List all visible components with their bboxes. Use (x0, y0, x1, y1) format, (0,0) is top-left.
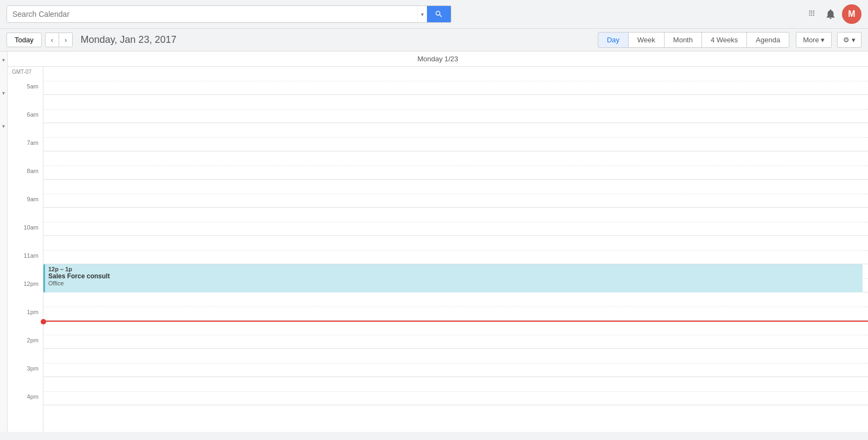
grid-row (43, 292, 868, 321)
grid-icon[interactable] (807, 8, 819, 20)
top-bar: ▾ M (0, 0, 868, 29)
time-label: 3pm (8, 365, 43, 393)
time-label: 9am (8, 196, 43, 224)
day-header: Monday 1/23 (8, 52, 868, 67)
grid-row (43, 67, 868, 95)
view-day-button[interactable]: Day (598, 33, 629, 47)
time-label: 1pm (8, 309, 43, 337)
time-grid-container: Monday 1/23 GMT-07 5am6am7am8am9am10am11… (8, 52, 868, 432)
time-label: 6am (8, 111, 43, 139)
today-button[interactable]: Today (7, 33, 42, 47)
view-agenda-button[interactable]: Agenda (747, 33, 789, 47)
view-4weeks-button[interactable]: 4 Weeks (702, 33, 747, 47)
event-location: Office (48, 280, 859, 286)
settings-button[interactable]: ⚙ ▾ (837, 32, 861, 48)
time-label: 10am (8, 224, 43, 252)
view-week-button[interactable]: Week (629, 33, 665, 47)
bell-icon[interactable] (825, 8, 837, 20)
view-month-button[interactable]: Month (665, 33, 702, 47)
grid-row (43, 349, 868, 377)
grid-row (43, 95, 868, 123)
search-input[interactable] (7, 6, 417, 22)
next-button[interactable]: › (59, 33, 72, 47)
sidebar-toggle-2[interactable]: ▾ (2, 90, 5, 96)
time-label: 4pm (8, 393, 43, 422)
current-date: Monday, Jan 23, 2017 (80, 34, 176, 46)
time-label: 8am (8, 168, 43, 196)
avatar[interactable]: M (842, 4, 861, 24)
time-labels: GMT-07 5am6am7am8am9am10am11am12pm1pm2pm… (8, 67, 43, 432)
search-button[interactable] (427, 6, 451, 22)
grid-row (43, 180, 868, 208)
left-sidebar: ▾ ▾ ▾ (0, 52, 8, 432)
search-container: ▾ (7, 5, 451, 23)
top-right-icons: M (807, 4, 861, 24)
time-label: 11am (8, 252, 43, 280)
time-label: 2pm (8, 337, 43, 365)
sidebar-toggle-3[interactable]: ▾ (2, 123, 5, 129)
nav-bar: Today ‹ › Monday, Jan 23, 2017 Day Week … (0, 29, 868, 52)
search-icon (435, 10, 443, 18)
search-dropdown-btn[interactable]: ▾ (417, 6, 427, 22)
calendar-area: ▾ ▾ ▾ Monday 1/23 GMT-07 5am6am7am8am9am… (0, 52, 868, 432)
grid-row (43, 151, 868, 180)
prev-button[interactable]: ‹ (46, 33, 59, 47)
time-label: 12pm (8, 280, 43, 309)
event-block[interactable]: 12p – 1p Sales Force consult Office (43, 264, 863, 292)
time-grid[interactable]: GMT-07 5am6am7am8am9am10am11am12pm1pm2pm… (8, 67, 868, 432)
time-label: 5am (8, 83, 43, 111)
grid-body: 12p – 1p Sales Force consult Office (43, 67, 868, 432)
grid-row (43, 236, 868, 264)
timezone-label: GMT-07 (8, 67, 43, 83)
time-label: 7am (8, 139, 43, 168)
view-buttons: Day Week Month 4 Weeks Agenda (598, 32, 789, 48)
more-button[interactable]: More ▾ (796, 32, 832, 48)
grid-row (43, 321, 868, 349)
grid-row (43, 208, 868, 236)
nav-arrows: ‹ › (45, 33, 73, 47)
grid-row (43, 123, 868, 151)
event-title: Sales Force consult (48, 272, 859, 280)
sidebar-toggle-1[interactable]: ▾ (2, 57, 5, 63)
grid-row (43, 377, 868, 405)
event-time: 12p – 1p (48, 266, 859, 272)
